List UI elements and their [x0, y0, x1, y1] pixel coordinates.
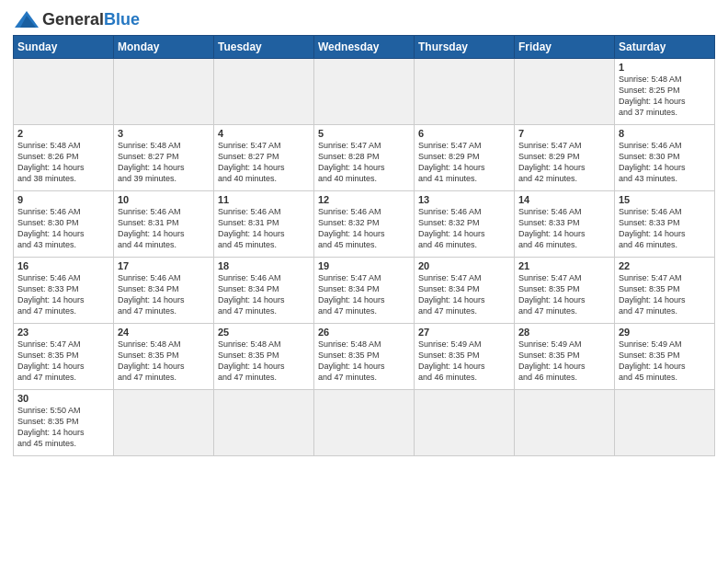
day-number: 24: [118, 327, 210, 338]
day-info: Sunrise: 5:48 AM Sunset: 8:26 PM Dayligh…: [17, 140, 109, 185]
calendar-cell: [515, 390, 615, 456]
day-number: 8: [619, 128, 711, 139]
day-info: Sunrise: 5:49 AM Sunset: 8:35 PM Dayligh…: [518, 339, 610, 384]
day-number: 2: [17, 128, 109, 139]
calendar-cell: [415, 390, 515, 456]
calendar-cell: 2Sunrise: 5:48 AM Sunset: 8:26 PM Daylig…: [14, 125, 114, 191]
day-info: Sunrise: 5:47 AM Sunset: 8:28 PM Dayligh…: [318, 140, 410, 185]
day-number: 23: [17, 327, 109, 338]
calendar-cell: [314, 390, 415, 456]
day-info: Sunrise: 5:48 AM Sunset: 8:27 PM Dayligh…: [118, 140, 210, 185]
day-info: Sunrise: 5:48 AM Sunset: 8:35 PM Dayligh…: [218, 339, 310, 384]
calendar-cell: 19Sunrise: 5:47 AM Sunset: 8:34 PM Dayli…: [314, 258, 415, 324]
day-number: 13: [418, 194, 510, 205]
weekday-sunday: Sunday: [14, 36, 114, 59]
calendar-cell: 5Sunrise: 5:47 AM Sunset: 8:28 PM Daylig…: [314, 125, 415, 191]
day-number: 20: [418, 260, 510, 271]
weekday-header-row: SundayMondayTuesdayWednesdayThursdayFrid…: [14, 36, 715, 59]
day-info: Sunrise: 5:50 AM Sunset: 8:35 PM Dayligh…: [17, 405, 109, 450]
weekday-tuesday: Tuesday: [214, 36, 314, 59]
day-number: 17: [118, 260, 210, 271]
calendar-row-4: 23Sunrise: 5:47 AM Sunset: 8:35 PM Dayli…: [14, 324, 715, 390]
day-info: Sunrise: 5:46 AM Sunset: 8:34 PM Dayligh…: [118, 272, 210, 317]
calendar-cell: 22Sunrise: 5:47 AM Sunset: 8:35 PM Dayli…: [615, 258, 715, 324]
day-number: 9: [17, 194, 109, 205]
day-number: 27: [418, 327, 510, 338]
day-info: Sunrise: 5:46 AM Sunset: 8:30 PM Dayligh…: [619, 140, 711, 185]
logo: GeneralBlue: [13, 9, 140, 29]
logo-icon: [13, 9, 39, 29]
day-number: 16: [17, 260, 109, 271]
weekday-friday: Friday: [515, 36, 615, 59]
page: GeneralBlue SundayMondayTuesdayWednesday…: [0, 0, 728, 563]
day-number: 18: [218, 260, 310, 271]
calendar-cell: 30Sunrise: 5:50 AM Sunset: 8:35 PM Dayli…: [14, 390, 114, 456]
day-number: 3: [118, 128, 210, 139]
calendar-cell: 17Sunrise: 5:46 AM Sunset: 8:34 PM Dayli…: [114, 258, 214, 324]
day-info: Sunrise: 5:47 AM Sunset: 8:35 PM Dayligh…: [518, 272, 610, 317]
day-info: Sunrise: 5:46 AM Sunset: 8:31 PM Dayligh…: [218, 206, 310, 251]
weekday-thursday: Thursday: [415, 36, 515, 59]
day-info: Sunrise: 5:46 AM Sunset: 8:33 PM Dayligh…: [17, 272, 109, 317]
calendar-cell: [214, 59, 314, 125]
day-info: Sunrise: 5:46 AM Sunset: 8:32 PM Dayligh…: [418, 206, 510, 251]
calendar-row-2: 9Sunrise: 5:46 AM Sunset: 8:30 PM Daylig…: [14, 191, 715, 258]
calendar-cell: 28Sunrise: 5:49 AM Sunset: 8:35 PM Dayli…: [515, 324, 615, 390]
day-number: 26: [318, 327, 410, 338]
day-info: Sunrise: 5:46 AM Sunset: 8:34 PM Dayligh…: [218, 272, 310, 317]
day-info: Sunrise: 5:47 AM Sunset: 8:29 PM Dayligh…: [518, 140, 610, 185]
day-info: Sunrise: 5:48 AM Sunset: 8:35 PM Dayligh…: [118, 339, 210, 384]
day-info: Sunrise: 5:46 AM Sunset: 8:32 PM Dayligh…: [318, 206, 410, 251]
calendar-cell: 15Sunrise: 5:46 AM Sunset: 8:33 PM Dayli…: [615, 191, 715, 258]
day-info: Sunrise: 5:48 AM Sunset: 8:35 PM Dayligh…: [318, 339, 410, 384]
calendar-cell: 7Sunrise: 5:47 AM Sunset: 8:29 PM Daylig…: [515, 125, 615, 191]
day-number: 22: [619, 260, 711, 271]
day-info: Sunrise: 5:47 AM Sunset: 8:34 PM Dayligh…: [318, 272, 410, 317]
day-info: Sunrise: 5:47 AM Sunset: 8:29 PM Dayligh…: [418, 140, 510, 185]
calendar-cell: 20Sunrise: 5:47 AM Sunset: 8:34 PM Dayli…: [415, 258, 515, 324]
calendar-cell: 14Sunrise: 5:46 AM Sunset: 8:33 PM Dayli…: [515, 191, 615, 258]
calendar-row-1: 2Sunrise: 5:48 AM Sunset: 8:26 PM Daylig…: [14, 125, 715, 191]
calendar-cell: 8Sunrise: 5:46 AM Sunset: 8:30 PM Daylig…: [615, 125, 715, 191]
calendar-cell: [314, 59, 415, 125]
calendar-cell: [615, 390, 715, 456]
day-number: 15: [619, 194, 711, 205]
day-info: Sunrise: 5:49 AM Sunset: 8:35 PM Dayligh…: [619, 339, 711, 384]
calendar-cell: 11Sunrise: 5:46 AM Sunset: 8:31 PM Dayli…: [214, 191, 314, 258]
day-info: Sunrise: 5:49 AM Sunset: 8:35 PM Dayligh…: [418, 339, 510, 384]
day-number: 12: [318, 194, 410, 205]
day-info: Sunrise: 5:46 AM Sunset: 8:30 PM Dayligh…: [17, 206, 109, 251]
header: GeneralBlue: [13, 9, 715, 29]
day-info: Sunrise: 5:47 AM Sunset: 8:35 PM Dayligh…: [17, 339, 109, 384]
calendar-cell: 6Sunrise: 5:47 AM Sunset: 8:29 PM Daylig…: [415, 125, 515, 191]
calendar-row-3: 16Sunrise: 5:46 AM Sunset: 8:33 PM Dayli…: [14, 258, 715, 324]
calendar-cell: 27Sunrise: 5:49 AM Sunset: 8:35 PM Dayli…: [415, 324, 515, 390]
calendar-cell: 3Sunrise: 5:48 AM Sunset: 8:27 PM Daylig…: [114, 125, 214, 191]
day-info: Sunrise: 5:48 AM Sunset: 8:25 PM Dayligh…: [619, 74, 711, 119]
calendar-cell: 26Sunrise: 5:48 AM Sunset: 8:35 PM Dayli…: [314, 324, 415, 390]
day-number: 1: [619, 62, 711, 73]
weekday-monday: Monday: [114, 36, 214, 59]
calendar-cell: [14, 59, 114, 125]
day-number: 10: [118, 194, 210, 205]
calendar-cell: [214, 390, 314, 456]
weekday-saturday: Saturday: [615, 36, 715, 59]
calendar-cell: 29Sunrise: 5:49 AM Sunset: 8:35 PM Dayli…: [615, 324, 715, 390]
calendar-cell: [415, 59, 515, 125]
weekday-wednesday: Wednesday: [314, 36, 415, 59]
calendar-cell: 23Sunrise: 5:47 AM Sunset: 8:35 PM Dayli…: [14, 324, 114, 390]
calendar-cell: [114, 390, 214, 456]
day-number: 5: [318, 128, 410, 139]
day-number: 28: [518, 327, 610, 338]
calendar-cell: 1Sunrise: 5:48 AM Sunset: 8:25 PM Daylig…: [615, 59, 715, 125]
day-number: 7: [518, 128, 610, 139]
logo-text: GeneralBlue: [42, 10, 140, 29]
day-number: 11: [218, 194, 310, 205]
calendar-cell: 13Sunrise: 5:46 AM Sunset: 8:32 PM Dayli…: [415, 191, 515, 258]
day-number: 30: [17, 393, 109, 404]
calendar-cell: 21Sunrise: 5:47 AM Sunset: 8:35 PM Dayli…: [515, 258, 615, 324]
day-info: Sunrise: 5:47 AM Sunset: 8:27 PM Dayligh…: [218, 140, 310, 185]
day-info: Sunrise: 5:46 AM Sunset: 8:33 PM Dayligh…: [619, 206, 711, 251]
day-number: 14: [518, 194, 610, 205]
day-info: Sunrise: 5:47 AM Sunset: 8:34 PM Dayligh…: [418, 272, 510, 317]
